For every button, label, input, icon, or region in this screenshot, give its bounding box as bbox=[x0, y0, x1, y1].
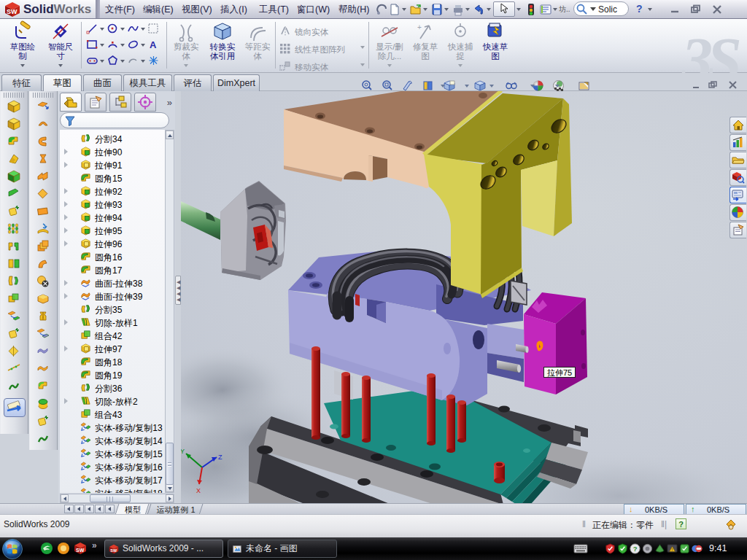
svg-text:SW: SW bbox=[110, 548, 117, 553]
svg-text:Z: Z bbox=[218, 454, 222, 461]
svg-text:X: X bbox=[196, 487, 201, 494]
svg-text:+: + bbox=[417, 23, 422, 31]
svg-text:A: A bbox=[150, 39, 157, 50]
svg-text:?: ? bbox=[633, 545, 638, 553]
svg-text:SW: SW bbox=[76, 548, 85, 553]
svg-text:Y: Y bbox=[181, 448, 185, 455]
svg-text:SW: SW bbox=[7, 8, 18, 15]
